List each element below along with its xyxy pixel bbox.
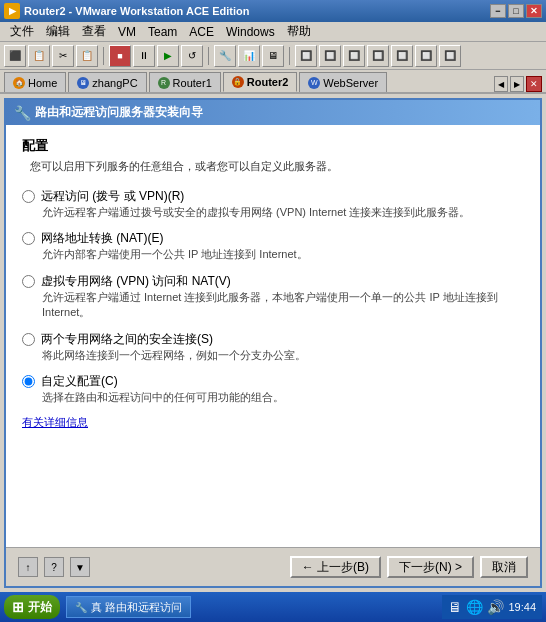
menu-file[interactable]: 文件 — [4, 21, 40, 42]
toolbar-btn-1[interactable]: ⬛ — [4, 45, 26, 67]
wizard-title-icon: 🔧 — [14, 105, 31, 121]
tab-home[interactable]: 🏠 Home — [4, 72, 66, 92]
tab-webserver-label: WebServer — [323, 77, 378, 89]
wizard-radio-2[interactable] — [22, 232, 35, 245]
wizard-radio-4[interactable] — [22, 333, 35, 346]
wizard-section-title: 配置 — [22, 137, 524, 155]
tab-home-label: Home — [28, 77, 57, 89]
taskbar: ⊞ 开始 🔧 真 路由和远程访问 🖥 🌐 🔊 19:44 — [0, 592, 546, 622]
footer-icon-help[interactable]: ? — [44, 557, 64, 577]
tray-icon-2[interactable]: 🌐 — [466, 599, 483, 615]
wizard-section-desc: 您可以启用下列服务的任意组合，或者您可以自定义此服务器。 — [30, 159, 524, 174]
toolbar-sep-2 — [208, 47, 209, 65]
toolbar-btn-14[interactable]: 🔲 — [439, 45, 461, 67]
toolbar-btn-play[interactable]: ▶ — [157, 45, 179, 67]
tab-router1[interactable]: R Router1 — [149, 72, 221, 92]
toolbar-btn-6[interactable]: 📊 — [238, 45, 260, 67]
window-controls: − □ ✕ — [490, 4, 542, 18]
toolbar-sep-1 — [103, 47, 104, 65]
tab-router1-icon: R — [158, 77, 170, 89]
menu-edit[interactable]: 编辑 — [40, 21, 76, 42]
toolbar-btn-8[interactable]: 🔲 — [295, 45, 317, 67]
tray-icon-3[interactable]: 🔊 — [487, 599, 504, 615]
wizard-option-5-label[interactable]: 自定义配置(C) — [22, 373, 524, 390]
wizard-option-2-label[interactable]: 网络地址转换 (NAT)(E) — [22, 230, 524, 247]
tab-close-button[interactable]: ✕ — [526, 76, 542, 92]
menu-help[interactable]: 帮助 — [281, 21, 317, 42]
tab-prev-button[interactable]: ◀ — [494, 76, 508, 92]
toolbar-btn-10[interactable]: 🔲 — [343, 45, 365, 67]
tab-home-icon: 🏠 — [13, 77, 25, 89]
tab-router2-label: Router2 — [247, 76, 289, 88]
wizard-prev-button[interactable]: ← 上一步(B) — [290, 556, 381, 578]
wizard-option-3-title: 虚拟专用网络 (VPN) 访问和 NAT(V) — [41, 273, 231, 290]
wizard-option-3-desc: 允许远程客户端通过 Internet 连接到此服务器，本地客户端使用一个单一的公… — [42, 290, 524, 321]
toolbar-btn-11[interactable]: 🔲 — [367, 45, 389, 67]
tab-router2-icon: 🔒 — [232, 76, 244, 88]
wizard-option-1-label[interactable]: 远程访问 (拨号 或 VPN)(R) — [22, 188, 524, 205]
toolbar-btn-2[interactable]: 📋 — [28, 45, 50, 67]
toolbar-btn-3[interactable]: ✂ — [52, 45, 74, 67]
wizard-option-1-title: 远程访问 (拨号 或 VPN)(R) — [41, 188, 184, 205]
app-icon: ▶ — [4, 3, 20, 19]
tab-webserver[interactable]: W WebServer — [299, 72, 387, 92]
start-button[interactable]: ⊞ 开始 — [4, 595, 60, 619]
toolbar-btn-9[interactable]: 🔲 — [319, 45, 341, 67]
toolbar-btn-12[interactable]: 🔲 — [391, 45, 413, 67]
wizard-option-1: 远程访问 (拨号 或 VPN)(R) 允许远程客户端通过拨号或安全的虚拟专用网络… — [22, 188, 524, 220]
toolbar-btn-5[interactable]: 🔧 — [214, 45, 236, 67]
menu-windows[interactable]: Windows — [220, 23, 281, 41]
wizard-body: 配置 您可以启用下列服务的任意组合，或者您可以自定义此服务器。 远程访问 (拨号… — [6, 125, 540, 547]
wizard-radio-5[interactable] — [22, 375, 35, 388]
menu-ace[interactable]: ACE — [183, 23, 220, 41]
wizard-footer-left: ↑ ? ▼ — [18, 557, 90, 577]
taskbar-item-1[interactable]: 🔧 真 路由和远程访问 — [66, 596, 191, 618]
wizard-option-2-desc: 允许内部客户端使用一个公共 IP 地址连接到 Internet。 — [42, 247, 524, 262]
wizard-option-4-label[interactable]: 两个专用网络之间的安全连接(S) — [22, 331, 524, 348]
toolbar-btn-power[interactable]: ■ — [109, 45, 131, 67]
toolbar-btn-reset[interactable]: ↺ — [181, 45, 203, 67]
wizard-cancel-button[interactable]: 取消 — [480, 556, 528, 578]
wizard-option-3-label[interactable]: 虚拟专用网络 (VPN) 访问和 NAT(V) — [22, 273, 524, 290]
menu-team[interactable]: Team — [142, 23, 183, 41]
wizard-option-2-title: 网络地址转换 (NAT)(E) — [41, 230, 163, 247]
footer-icon-dropdown[interactable]: ▼ — [70, 557, 90, 577]
toolbar-btn-13[interactable]: 🔲 — [415, 45, 437, 67]
menu-view[interactable]: 查看 — [76, 21, 112, 42]
toolbar: ⬛ 📋 ✂ 📋 ■ ⏸ ▶ ↺ 🔧 📊 🖥 🔲 🔲 🔲 🔲 🔲 🔲 🔲 — [0, 42, 546, 70]
close-button[interactable]: ✕ — [526, 4, 542, 18]
taskbar-item-1-label: 真 路由和远程访问 — [91, 600, 182, 615]
toolbar-btn-7[interactable]: 🖥 — [262, 45, 284, 67]
wizard-details-link[interactable]: 有关详细信息 — [22, 415, 88, 430]
wizard-option-4-desc: 将此网络连接到一个远程网络，例如一个分支办公室。 — [42, 348, 524, 363]
wizard-option-4-title: 两个专用网络之间的安全连接(S) — [41, 331, 213, 348]
main-area: 🔧 路由和远程访问服务器安装向导 配置 您可以启用下列服务的任意组合，或者您可以… — [0, 94, 546, 592]
maximize-button[interactable]: □ — [508, 4, 524, 18]
wizard-option-5-desc: 选择在路由和远程访问中的任何可用功能的组合。 — [42, 390, 524, 405]
wizard-option-2: 网络地址转换 (NAT)(E) 允许内部客户端使用一个公共 IP 地址连接到 I… — [22, 230, 524, 262]
window-title: Router2 - VMware Workstation ACE Edition — [24, 5, 490, 17]
tab-router2[interactable]: 🔒 Router2 — [223, 72, 298, 92]
toolbar-btn-4[interactable]: 📋 — [76, 45, 98, 67]
wizard-dialog: 🔧 路由和远程访问服务器安装向导 配置 您可以启用下列服务的任意组合，或者您可以… — [4, 98, 542, 588]
wizard-radio-1[interactable] — [22, 190, 35, 203]
menu-vm[interactable]: VM — [112, 23, 142, 41]
tab-router1-label: Router1 — [173, 77, 212, 89]
tray-icon-1[interactable]: 🖥 — [448, 599, 462, 615]
tab-zhangpc[interactable]: 🖥 zhangPC — [68, 72, 146, 92]
menu-bar: 文件 编辑 查看 VM Team ACE Windows 帮助 — [0, 22, 546, 42]
wizard-next-button[interactable]: 下一步(N) > — [387, 556, 474, 578]
tab-zhangpc-icon: 🖥 — [77, 77, 89, 89]
wizard-title-text: 路由和远程访问服务器安装向导 — [35, 104, 203, 121]
wizard-option-5: 自定义配置(C) 选择在路由和远程访问中的任何可用功能的组合。 — [22, 373, 524, 405]
footer-icon-arrow[interactable]: ↑ — [18, 557, 38, 577]
wizard-option-4: 两个专用网络之间的安全连接(S) 将此网络连接到一个远程网络，例如一个分支办公室… — [22, 331, 524, 363]
toolbar-btn-pause[interactable]: ⏸ — [133, 45, 155, 67]
tab-next-button[interactable]: ▶ — [510, 76, 524, 92]
tab-webserver-icon: W — [308, 77, 320, 89]
wizard-radio-3[interactable] — [22, 275, 35, 288]
tray-time: 19:44 — [508, 601, 536, 613]
tab-bar: 🏠 Home 🖥 zhangPC R Router1 🔒 Router2 W W… — [0, 70, 546, 94]
tab-nav: ◀ ▶ ✕ — [494, 76, 542, 92]
minimize-button[interactable]: − — [490, 4, 506, 18]
